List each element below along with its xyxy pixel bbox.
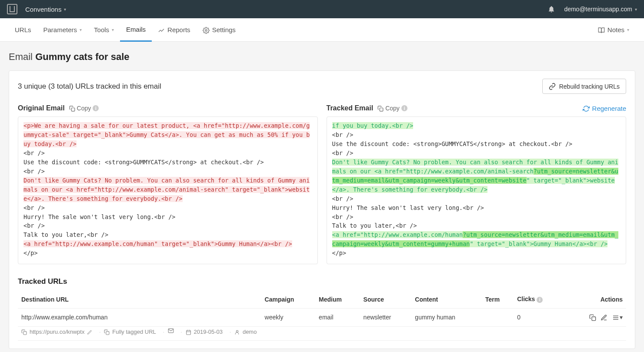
info-icon: i: [93, 105, 99, 111]
cell-term: [482, 308, 514, 326]
nav-settings[interactable]: Settings: [197, 18, 242, 42]
clipboard-icon: [69, 105, 75, 112]
user-menu[interactable]: demo@terminusapp.com ▾: [564, 6, 637, 13]
tracked-code[interactable]: if you buy today.<br /> <br /> Use the d…: [327, 116, 627, 264]
book-icon: [598, 26, 605, 33]
gear-icon: [203, 26, 210, 33]
info-icon: i: [537, 297, 543, 303]
regenerate-button[interactable]: Regenerate: [583, 104, 626, 112]
th-source: Source: [360, 290, 412, 308]
cell-campaign: weekly: [261, 308, 316, 326]
chart-icon: [158, 26, 165, 33]
svg-rect-10: [186, 330, 190, 335]
short-url-chip[interactable]: https://puru.co/knwptx: [21, 329, 92, 335]
top-bar: Conventions ▾ demo@terminusapp.com ▾: [0, 0, 644, 18]
nav-parameters[interactable]: Parameters▾: [37, 18, 88, 42]
refresh-icon: [583, 104, 590, 112]
summary-text: 3 unique (3 total) URLs tracked in this …: [18, 82, 161, 91]
original-title: Original Email: [18, 104, 65, 112]
clipboard-icon: [21, 329, 27, 335]
nav-emails[interactable]: Emails: [120, 18, 152, 42]
edit-icon[interactable]: [87, 329, 92, 335]
page-title: Email Gummy cats for sale: [0, 42, 644, 67]
tracked-panel: Tracked Email Copy i Regenerate if you b…: [327, 104, 627, 264]
nav-urls[interactable]: URLs: [9, 18, 37, 42]
th-dest: Destination URL: [18, 290, 261, 308]
cell-medium: email: [315, 308, 360, 326]
svg-rect-3: [592, 317, 596, 321]
table-row[interactable]: http://www.example.com/human weekly emai…: [18, 308, 626, 326]
main-card: 3 unique (3 total) URLs tracked in this …: [9, 70, 635, 349]
th-actions: Actions: [562, 290, 626, 308]
edit-icon[interactable]: [601, 314, 607, 321]
clipboard-icon: [377, 105, 384, 112]
copy-tracked-button[interactable]: Copy i: [377, 105, 407, 112]
cell-source: newsletter: [360, 308, 412, 326]
chevron-down-icon: ▾: [635, 7, 637, 12]
calendar-icon: [186, 329, 191, 335]
tracked-title: Tracked Email: [327, 104, 374, 112]
svg-point-14: [236, 330, 238, 332]
cell-actions: ▾: [562, 308, 626, 326]
th-medium: Medium: [315, 290, 360, 308]
svg-rect-1: [71, 108, 75, 112]
cell-clicks: 0: [514, 308, 562, 326]
user-email: demo@terminusapp.com: [564, 6, 632, 13]
svg-rect-8: [106, 332, 109, 335]
chevron-down-icon: ▾: [627, 27, 629, 32]
copy-icon[interactable]: [589, 314, 596, 321]
app-logo[interactable]: [7, 4, 17, 14]
menu-icon[interactable]: ▾: [612, 314, 623, 321]
tracked-urls-table: Destination URL Campaign Medium Source C…: [18, 290, 626, 341]
nav-tools[interactable]: Tools▾: [88, 18, 120, 42]
th-clicks: Clicks i: [514, 290, 562, 308]
mail-icon-chip[interactable]: [168, 328, 174, 334]
svg-point-0: [205, 30, 207, 31]
copy-original-button[interactable]: Copy i: [69, 105, 99, 112]
chevron-down-icon: ▾: [112, 27, 114, 32]
info-icon: i: [401, 105, 407, 111]
cell-content: gummy human: [411, 308, 482, 326]
conventions-dropdown[interactable]: Conventions ▾: [25, 6, 66, 13]
svg-rect-7: [23, 332, 27, 335]
nav-notes[interactable]: Notes ▾: [592, 18, 635, 42]
rebuild-button[interactable]: Rebuild tracking URLs: [542, 79, 626, 94]
clipboard-icon: [104, 329, 110, 335]
date-chip: 2019-05-03: [186, 329, 223, 335]
svg-rect-2: [380, 108, 383, 112]
table-row-meta: https://puru.co/knwptx · Fully tagged UR…: [18, 327, 626, 341]
user-chip: demo: [234, 329, 257, 335]
fully-tagged-chip[interactable]: Fully tagged URL: [104, 329, 156, 335]
bell-icon[interactable]: [547, 5, 555, 13]
tracked-urls-title: Tracked URLs: [18, 277, 626, 286]
original-code[interactable]: <p>We are having a sale for our latest p…: [18, 116, 318, 264]
chevron-down-icon: ▾: [80, 27, 82, 32]
original-panel: Original Email Copy i <p>We are having a…: [18, 104, 318, 264]
conventions-label: Conventions: [25, 6, 61, 13]
link-icon: [549, 83, 556, 90]
th-term: Term: [482, 290, 514, 308]
th-campaign: Campaign: [261, 290, 316, 308]
nav-reports[interactable]: Reports: [152, 18, 197, 42]
user-icon: [234, 329, 240, 335]
th-content: Content: [411, 290, 482, 308]
cell-dest: http://www.example.com/human: [18, 308, 261, 326]
main-nav: URLs Parameters▾ Tools▾ Emails Reports S…: [0, 18, 644, 42]
chevron-down-icon: ▾: [64, 7, 66, 12]
